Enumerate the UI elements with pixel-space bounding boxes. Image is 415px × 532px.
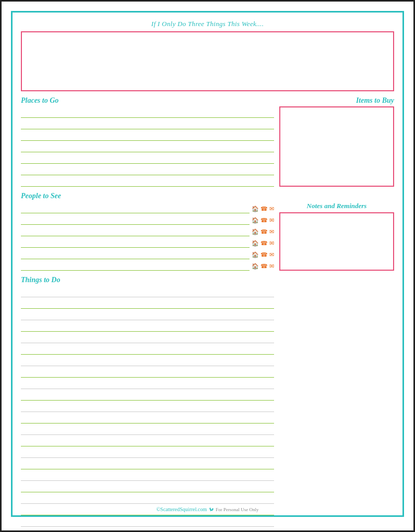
mail-icon: ✉ (269, 228, 274, 235)
person-contact-icons: 🏠 ☎ ✉ (252, 228, 274, 236)
phone-icon: ☎ (260, 251, 268, 258)
home-icon: 🏠 (252, 228, 259, 235)
thing-line (21, 286, 274, 297)
person-contact-icons: 🏠 ☎ ✉ (252, 240, 274, 248)
person-row: 🏠 ☎ ✉ (21, 225, 274, 236)
person-contact-icons: 🏠 ☎ ✉ (252, 251, 274, 259)
thing-line (21, 515, 274, 527)
thing-line (21, 527, 274, 532)
items-title: Items to Buy (279, 96, 394, 105)
thing-line (21, 469, 274, 481)
places-lines (21, 106, 274, 187)
thing-line (21, 389, 274, 401)
main-title: If I Only Do Three Things This Week.... (21, 20, 394, 28)
mail-icon: ✉ (269, 263, 274, 270)
person-contact-icons: 🏠 ☎ ✉ (252, 205, 274, 213)
person-contact-icons: 🏠 ☎ ✉ (252, 217, 274, 225)
notes-title: Notes and Reminders (279, 202, 394, 210)
things-title: Things to Do (21, 276, 394, 284)
home-icon: 🏠 (252, 251, 259, 258)
mail-icon: ✉ (269, 217, 274, 224)
person-row: 🏠 ☎ ✉ (21, 259, 274, 271)
page: If I Only Do Three Things This Week.... … (0, 0, 415, 532)
thing-line (21, 435, 274, 446)
section-headers-row: Places to Go Items to Buy (21, 96, 394, 106)
place-line (21, 164, 274, 175)
right-col-spacer (279, 286, 394, 532)
thing-line (21, 412, 274, 424)
people-section: 🏠 ☎ ✉ 🏠 ☎ ✉ (21, 202, 274, 271)
thing-line (21, 378, 274, 389)
notes-section: Notes and Reminders (279, 202, 394, 271)
phone-icon: ☎ (260, 240, 268, 247)
inner-border: If I Only Do Three Things This Week.... … (11, 11, 404, 517)
thing-line (21, 355, 274, 366)
person-row: 🏠 ☎ ✉ (21, 248, 274, 259)
thing-line (21, 297, 274, 309)
place-line (21, 152, 274, 164)
thing-line (21, 343, 274, 355)
top-priority-box (21, 31, 394, 91)
place-line (21, 129, 274, 141)
thing-line (21, 401, 274, 412)
place-line (21, 141, 274, 152)
home-icon: 🏠 (252, 240, 259, 247)
main-content: Places to Go Items to Buy (21, 96, 394, 532)
footer: ©ScatteredSquirrel.com 🐿 For Personal Us… (13, 506, 402, 512)
people-title: People to See (21, 192, 394, 200)
phone-icon: ☎ (260, 205, 268, 212)
thing-line (21, 481, 274, 492)
left-column: Places to Go Items to Buy (21, 96, 394, 532)
thing-line (21, 366, 274, 378)
phone-icon: ☎ (260, 217, 268, 224)
home-icon: 🏠 (252, 205, 259, 212)
things-lines (21, 286, 274, 532)
thing-line (21, 309, 274, 320)
footer-copyright: ©ScatteredSquirrel.com (157, 506, 207, 512)
footer-squirrel-icon: 🐿 (209, 507, 214, 512)
notes-reminders-box (279, 212, 394, 271)
thing-line (21, 458, 274, 469)
person-row: 🏠 ☎ ✉ (21, 236, 274, 248)
places-title: Places to Go (21, 96, 58, 105)
thing-line (21, 332, 274, 343)
home-icon: 🏠 (252, 263, 259, 270)
thing-line (21, 424, 274, 435)
mail-icon: ✉ (269, 251, 274, 258)
thing-line (21, 446, 274, 458)
mail-icon: ✉ (269, 240, 274, 247)
items-to-buy-box (279, 106, 394, 187)
thing-line (21, 320, 274, 332)
phone-icon: ☎ (260, 228, 268, 235)
person-row: 🏠 ☎ ✉ (21, 202, 274, 213)
footer-personal-use: For Personal Use Only (216, 507, 258, 512)
place-line (21, 106, 274, 118)
person-contact-icons: 🏠 ☎ ✉ (252, 263, 274, 271)
home-icon: 🏠 (252, 217, 259, 224)
items-box-wrapper (279, 106, 394, 187)
phone-icon: ☎ (260, 263, 268, 270)
person-row: 🏠 ☎ ✉ (21, 213, 274, 225)
mail-icon: ✉ (269, 205, 274, 212)
place-line (21, 175, 274, 187)
place-line (21, 118, 274, 129)
thing-line (21, 492, 274, 504)
